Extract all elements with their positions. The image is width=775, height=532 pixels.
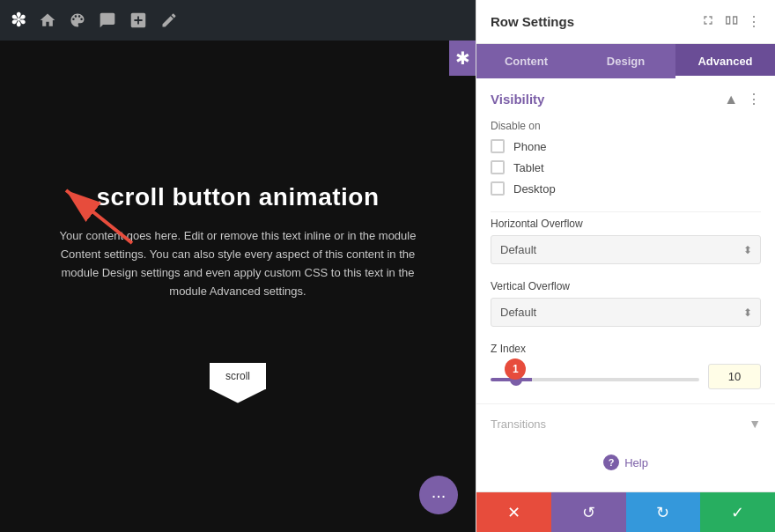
collapse-icon[interactable]: ▲ — [724, 92, 738, 107]
z-index-row: 1 — [491, 364, 761, 389]
disable-on-field: Disable on Phone Tablet Desktop — [476, 116, 775, 211]
right-panel: Row Settings ⋮ Content Design Advanced V… — [476, 0, 775, 532]
panel-footer: ✕ ↺ ↻ ✓ — [476, 491, 775, 532]
section-controls: ▲ ⋮ — [724, 91, 761, 107]
help-icon: ? — [603, 454, 619, 470]
z-index-slider[interactable] — [491, 378, 699, 381]
section-header-visibility: Visibility ▲ ⋮ — [476, 78, 775, 116]
tablet-checkbox-row: Tablet — [491, 160, 761, 174]
tablet-label: Tablet — [513, 161, 544, 174]
visibility-section: Visibility ▲ ⋮ Disable on Phone Tablet — [476, 78, 775, 211]
columns-icon[interactable] — [724, 13, 738, 31]
tabs: Content Design Advanced — [476, 44, 775, 78]
help-section: ? Help — [476, 443, 775, 481]
canvas-area: ✽ ✱ — [0, 0, 476, 532]
desktop-checkbox-row: Desktop — [491, 181, 761, 196]
transitions-section: Transitions ▼ — [476, 403, 775, 443]
fab-button[interactable]: ··· — [419, 476, 458, 514]
undo-icon: ↺ — [582, 503, 595, 522]
z-index-input[interactable] — [708, 364, 761, 389]
help-label: Help — [624, 456, 648, 469]
tab-content[interactable]: Content — [476, 44, 576, 78]
transitions-title: Transitions — [491, 417, 546, 431]
horizontal-overflow-field: Horizontal Overflow Default — [476, 212, 775, 275]
panel-title: Row Settings — [491, 14, 574, 29]
horizontal-overflow-select-wrapper: Default — [491, 235, 761, 264]
fab-icon: ··· — [432, 485, 447, 506]
redo-icon: ↻ — [656, 503, 669, 522]
horizontal-overflow-select[interactable]: Default — [491, 235, 761, 264]
disable-on-label: Disable on — [491, 120, 761, 132]
vertical-overflow-select-wrapper: Default — [491, 298, 761, 327]
z-index-badge: 1 — [505, 358, 526, 380]
palette-icon[interactable] — [69, 11, 86, 29]
add-icon[interactable] — [129, 11, 148, 30]
scroll-button-container: scroll — [210, 336, 266, 389]
horizontal-overflow-label: Horizontal Overflow — [491, 218, 761, 230]
panel-header: Row Settings ⋮ — [476, 0, 775, 44]
fullscreen-icon[interactable] — [701, 13, 715, 31]
phone-checkbox[interactable] — [491, 139, 505, 153]
undo-button[interactable]: ↺ — [551, 492, 626, 532]
z-index-slider-container: 1 — [491, 369, 699, 385]
phone-checkbox-row: Phone — [491, 139, 761, 153]
top-toolbar: ✽ — [0, 0, 476, 41]
transitions-header[interactable]: Transitions ▼ — [476, 404, 775, 443]
scroll-button[interactable]: scroll — [210, 363, 266, 389]
redo-button[interactable]: ↻ — [626, 492, 701, 532]
transitions-chevron-icon: ▼ — [749, 417, 761, 431]
vertical-overflow-field: Vertical Overflow Default — [476, 275, 775, 337]
home-icon[interactable] — [39, 11, 56, 29]
svg-line-1 — [66, 190, 132, 243]
close-icon: ✕ — [507, 503, 520, 522]
help-link[interactable]: ? Help — [603, 454, 648, 470]
desktop-label: Desktop — [513, 182, 556, 196]
wordpress-icon[interactable]: ✽ — [11, 9, 26, 32]
divi-icon[interactable]: ✱ — [449, 41, 476, 76]
desktop-checkbox[interactable] — [491, 181, 505, 196]
comment-icon[interactable] — [99, 11, 116, 29]
red-arrow — [53, 181, 141, 255]
visibility-title: Visibility — [491, 92, 544, 107]
more-icon[interactable]: ⋮ — [747, 13, 761, 30]
close-button[interactable]: ✕ — [476, 492, 551, 532]
tablet-checkbox[interactable] — [491, 160, 505, 174]
vertical-overflow-select[interactable]: Default — [491, 298, 761, 327]
section-more-icon[interactable]: ⋮ — [747, 91, 761, 107]
save-button[interactable]: ✓ — [700, 492, 775, 532]
tab-design[interactable]: Design — [576, 44, 675, 78]
panel-body: Visibility ▲ ⋮ Disable on Phone Tablet — [476, 78, 775, 491]
vertical-overflow-label: Vertical Overflow — [491, 280, 761, 292]
save-icon: ✓ — [731, 503, 744, 522]
panel-header-icons: ⋮ — [701, 13, 761, 31]
z-index-field: Z Index 1 — [476, 337, 775, 403]
tab-advanced[interactable]: Advanced — [675, 44, 775, 78]
canvas-content: scroll button animation Your content goe… — [0, 41, 476, 532]
edit-icon[interactable] — [160, 11, 178, 29]
phone-label: Phone — [513, 140, 547, 153]
z-index-label: Z Index — [491, 343, 761, 355]
